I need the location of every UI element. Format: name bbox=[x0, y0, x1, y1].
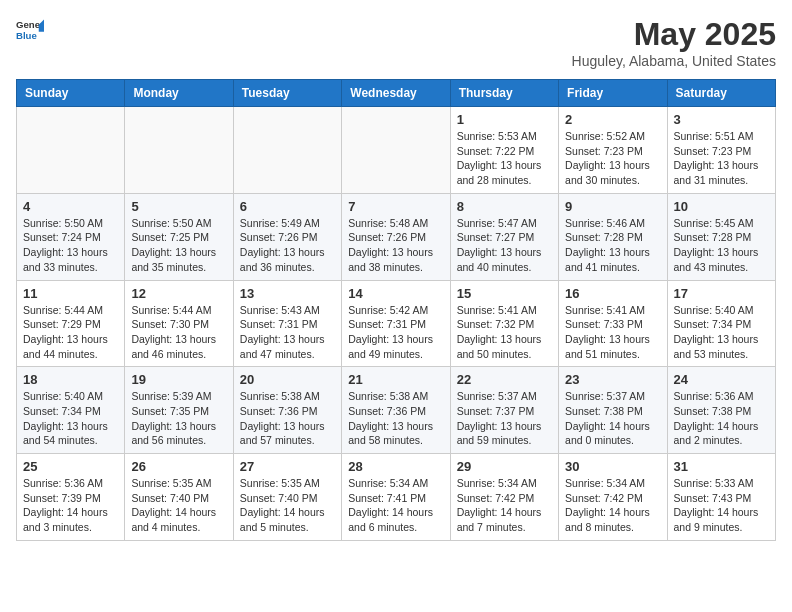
day-info: Sunrise: 5:52 AM Sunset: 7:23 PM Dayligh… bbox=[565, 129, 660, 188]
calendar-cell: 7Sunrise: 5:48 AM Sunset: 7:26 PM Daylig… bbox=[342, 193, 450, 280]
day-number: 17 bbox=[674, 286, 769, 301]
day-number: 16 bbox=[565, 286, 660, 301]
day-info: Sunrise: 5:49 AM Sunset: 7:26 PM Dayligh… bbox=[240, 216, 335, 275]
day-number: 4 bbox=[23, 199, 118, 214]
calendar-cell: 14Sunrise: 5:42 AM Sunset: 7:31 PM Dayli… bbox=[342, 280, 450, 367]
calendar-cell bbox=[233, 107, 341, 194]
calendar-cell: 30Sunrise: 5:34 AM Sunset: 7:42 PM Dayli… bbox=[559, 454, 667, 541]
location: Huguley, Alabama, United States bbox=[572, 53, 776, 69]
day-info: Sunrise: 5:53 AM Sunset: 7:22 PM Dayligh… bbox=[457, 129, 552, 188]
day-info: Sunrise: 5:46 AM Sunset: 7:28 PM Dayligh… bbox=[565, 216, 660, 275]
day-number: 3 bbox=[674, 112, 769, 127]
day-info: Sunrise: 5:34 AM Sunset: 7:42 PM Dayligh… bbox=[565, 476, 660, 535]
logo: General Blue bbox=[16, 16, 44, 44]
day-info: Sunrise: 5:33 AM Sunset: 7:43 PM Dayligh… bbox=[674, 476, 769, 535]
weekday-header-row: SundayMondayTuesdayWednesdayThursdayFrid… bbox=[17, 80, 776, 107]
day-number: 7 bbox=[348, 199, 443, 214]
day-info: Sunrise: 5:48 AM Sunset: 7:26 PM Dayligh… bbox=[348, 216, 443, 275]
day-info: Sunrise: 5:41 AM Sunset: 7:33 PM Dayligh… bbox=[565, 303, 660, 362]
calendar-cell: 24Sunrise: 5:36 AM Sunset: 7:38 PM Dayli… bbox=[667, 367, 775, 454]
day-info: Sunrise: 5:50 AM Sunset: 7:25 PM Dayligh… bbox=[131, 216, 226, 275]
day-info: Sunrise: 5:41 AM Sunset: 7:32 PM Dayligh… bbox=[457, 303, 552, 362]
weekday-header-monday: Monday bbox=[125, 80, 233, 107]
calendar-cell: 23Sunrise: 5:37 AM Sunset: 7:38 PM Dayli… bbox=[559, 367, 667, 454]
day-info: Sunrise: 5:44 AM Sunset: 7:29 PM Dayligh… bbox=[23, 303, 118, 362]
title-block: May 2025 Huguley, Alabama, United States bbox=[572, 16, 776, 69]
day-number: 14 bbox=[348, 286, 443, 301]
day-number: 31 bbox=[674, 459, 769, 474]
calendar-cell: 4Sunrise: 5:50 AM Sunset: 7:24 PM Daylig… bbox=[17, 193, 125, 280]
calendar-week-5: 25Sunrise: 5:36 AM Sunset: 7:39 PM Dayli… bbox=[17, 454, 776, 541]
day-number: 21 bbox=[348, 372, 443, 387]
day-number: 25 bbox=[23, 459, 118, 474]
calendar-cell: 31Sunrise: 5:33 AM Sunset: 7:43 PM Dayli… bbox=[667, 454, 775, 541]
day-number: 15 bbox=[457, 286, 552, 301]
calendar-cell: 11Sunrise: 5:44 AM Sunset: 7:29 PM Dayli… bbox=[17, 280, 125, 367]
calendar-week-2: 4Sunrise: 5:50 AM Sunset: 7:24 PM Daylig… bbox=[17, 193, 776, 280]
day-info: Sunrise: 5:50 AM Sunset: 7:24 PM Dayligh… bbox=[23, 216, 118, 275]
weekday-header-tuesday: Tuesday bbox=[233, 80, 341, 107]
day-info: Sunrise: 5:36 AM Sunset: 7:38 PM Dayligh… bbox=[674, 389, 769, 448]
day-number: 13 bbox=[240, 286, 335, 301]
calendar-cell: 19Sunrise: 5:39 AM Sunset: 7:35 PM Dayli… bbox=[125, 367, 233, 454]
calendar-cell: 17Sunrise: 5:40 AM Sunset: 7:34 PM Dayli… bbox=[667, 280, 775, 367]
calendar-cell bbox=[342, 107, 450, 194]
day-info: Sunrise: 5:38 AM Sunset: 7:36 PM Dayligh… bbox=[240, 389, 335, 448]
calendar-cell: 28Sunrise: 5:34 AM Sunset: 7:41 PM Dayli… bbox=[342, 454, 450, 541]
day-number: 29 bbox=[457, 459, 552, 474]
logo-icon: General Blue bbox=[16, 16, 44, 44]
day-info: Sunrise: 5:40 AM Sunset: 7:34 PM Dayligh… bbox=[23, 389, 118, 448]
calendar-cell: 13Sunrise: 5:43 AM Sunset: 7:31 PM Dayli… bbox=[233, 280, 341, 367]
weekday-header-wednesday: Wednesday bbox=[342, 80, 450, 107]
day-number: 23 bbox=[565, 372, 660, 387]
day-info: Sunrise: 5:51 AM Sunset: 7:23 PM Dayligh… bbox=[674, 129, 769, 188]
day-number: 30 bbox=[565, 459, 660, 474]
calendar-cell: 29Sunrise: 5:34 AM Sunset: 7:42 PM Dayli… bbox=[450, 454, 558, 541]
calendar-cell: 25Sunrise: 5:36 AM Sunset: 7:39 PM Dayli… bbox=[17, 454, 125, 541]
day-number: 11 bbox=[23, 286, 118, 301]
weekday-header-saturday: Saturday bbox=[667, 80, 775, 107]
calendar-cell: 12Sunrise: 5:44 AM Sunset: 7:30 PM Dayli… bbox=[125, 280, 233, 367]
calendar-cell: 9Sunrise: 5:46 AM Sunset: 7:28 PM Daylig… bbox=[559, 193, 667, 280]
calendar-cell: 8Sunrise: 5:47 AM Sunset: 7:27 PM Daylig… bbox=[450, 193, 558, 280]
day-info: Sunrise: 5:35 AM Sunset: 7:40 PM Dayligh… bbox=[131, 476, 226, 535]
calendar-cell: 27Sunrise: 5:35 AM Sunset: 7:40 PM Dayli… bbox=[233, 454, 341, 541]
day-info: Sunrise: 5:44 AM Sunset: 7:30 PM Dayligh… bbox=[131, 303, 226, 362]
day-info: Sunrise: 5:35 AM Sunset: 7:40 PM Dayligh… bbox=[240, 476, 335, 535]
day-info: Sunrise: 5:37 AM Sunset: 7:38 PM Dayligh… bbox=[565, 389, 660, 448]
calendar-week-3: 11Sunrise: 5:44 AM Sunset: 7:29 PM Dayli… bbox=[17, 280, 776, 367]
calendar-cell: 1Sunrise: 5:53 AM Sunset: 7:22 PM Daylig… bbox=[450, 107, 558, 194]
calendar-week-1: 1Sunrise: 5:53 AM Sunset: 7:22 PM Daylig… bbox=[17, 107, 776, 194]
calendar-week-4: 18Sunrise: 5:40 AM Sunset: 7:34 PM Dayli… bbox=[17, 367, 776, 454]
day-number: 18 bbox=[23, 372, 118, 387]
day-info: Sunrise: 5:39 AM Sunset: 7:35 PM Dayligh… bbox=[131, 389, 226, 448]
day-number: 1 bbox=[457, 112, 552, 127]
day-number: 22 bbox=[457, 372, 552, 387]
day-number: 24 bbox=[674, 372, 769, 387]
calendar-cell: 18Sunrise: 5:40 AM Sunset: 7:34 PM Dayli… bbox=[17, 367, 125, 454]
day-number: 19 bbox=[131, 372, 226, 387]
day-info: Sunrise: 5:38 AM Sunset: 7:36 PM Dayligh… bbox=[348, 389, 443, 448]
day-number: 20 bbox=[240, 372, 335, 387]
day-number: 5 bbox=[131, 199, 226, 214]
day-number: 26 bbox=[131, 459, 226, 474]
day-info: Sunrise: 5:45 AM Sunset: 7:28 PM Dayligh… bbox=[674, 216, 769, 275]
day-info: Sunrise: 5:34 AM Sunset: 7:41 PM Dayligh… bbox=[348, 476, 443, 535]
month-title: May 2025 bbox=[572, 16, 776, 53]
day-number: 10 bbox=[674, 199, 769, 214]
weekday-header-sunday: Sunday bbox=[17, 80, 125, 107]
page-header: General Blue May 2025 Huguley, Alabama, … bbox=[16, 16, 776, 69]
calendar-cell: 5Sunrise: 5:50 AM Sunset: 7:25 PM Daylig… bbox=[125, 193, 233, 280]
calendar-cell bbox=[125, 107, 233, 194]
calendar-cell: 10Sunrise: 5:45 AM Sunset: 7:28 PM Dayli… bbox=[667, 193, 775, 280]
day-number: 8 bbox=[457, 199, 552, 214]
calendar-table: SundayMondayTuesdayWednesdayThursdayFrid… bbox=[16, 79, 776, 541]
weekday-header-thursday: Thursday bbox=[450, 80, 558, 107]
calendar-cell: 22Sunrise: 5:37 AM Sunset: 7:37 PM Dayli… bbox=[450, 367, 558, 454]
day-number: 28 bbox=[348, 459, 443, 474]
day-number: 27 bbox=[240, 459, 335, 474]
calendar-cell: 20Sunrise: 5:38 AM Sunset: 7:36 PM Dayli… bbox=[233, 367, 341, 454]
day-info: Sunrise: 5:42 AM Sunset: 7:31 PM Dayligh… bbox=[348, 303, 443, 362]
calendar-cell bbox=[17, 107, 125, 194]
day-info: Sunrise: 5:36 AM Sunset: 7:39 PM Dayligh… bbox=[23, 476, 118, 535]
